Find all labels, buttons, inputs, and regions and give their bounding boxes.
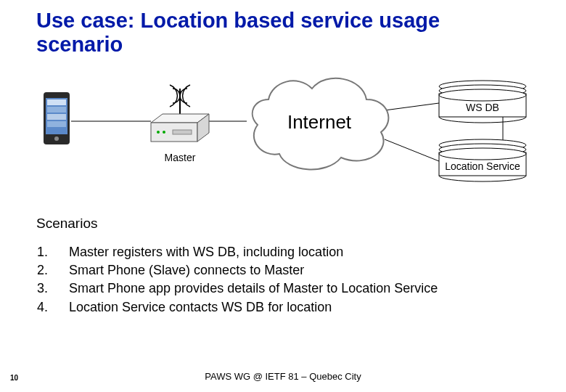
list-number: 4. [36,298,68,317]
list-item: 2. Smart Phone (Slave) connects to Maste… [36,261,438,279]
svg-point-26 [439,148,526,160]
internet-cloud-icon: Internet [253,78,389,170]
master-icon: Master [151,85,209,163]
list-text: Location Service contacts WS DB for loca… [68,298,438,317]
svg-rect-10 [47,121,66,127]
location-service-label: Location Service [445,160,520,172]
svg-point-17 [163,131,165,134]
list-text: Master registers with WS DB, including l… [68,243,438,261]
network-diagram: Master Internet WS DB [36,70,530,190]
scenarios-list: 1. Master registers with WS DB, includin… [36,243,438,317]
svg-rect-7 [47,99,66,105]
svg-point-11 [54,136,59,141]
svg-line-2 [385,103,439,110]
location-service-icon: Location Service [439,139,526,181]
slide-title: Use case: Location based service usage s… [36,9,530,57]
list-number: 1. [36,243,68,261]
cloud-label: Internet [287,111,352,133]
svg-point-22 [439,89,526,101]
list-text: Smart Phone (Slave) connects to Master [68,261,438,279]
list-item: 4. Location Service contacts WS DB for l… [36,298,438,317]
list-item: 3. Smart Phone app provides details of M… [36,279,438,298]
list-number: 3. [36,279,68,298]
ws-db-label: WS DB [466,102,499,113]
list-item: 1. Master registers with WS DB, includin… [36,243,438,261]
master-label: Master [165,152,196,163]
svg-point-16 [157,131,160,134]
list-text: Smart Phone app provides details of Mast… [68,279,438,298]
svg-rect-9 [47,114,66,120]
svg-line-3 [385,139,439,161]
footer-text: PAWS WG @ IETF 81 – Quebec City [0,371,566,382]
ws-db-icon: WS DB [439,81,526,123]
smartphone-icon [44,92,70,144]
list-number: 2. [36,261,68,279]
svg-rect-8 [47,107,66,113]
slide: Use case: Location based service usage s… [0,0,566,392]
svg-rect-18 [173,130,192,134]
scenarios-heading: Scenarios [36,216,530,232]
